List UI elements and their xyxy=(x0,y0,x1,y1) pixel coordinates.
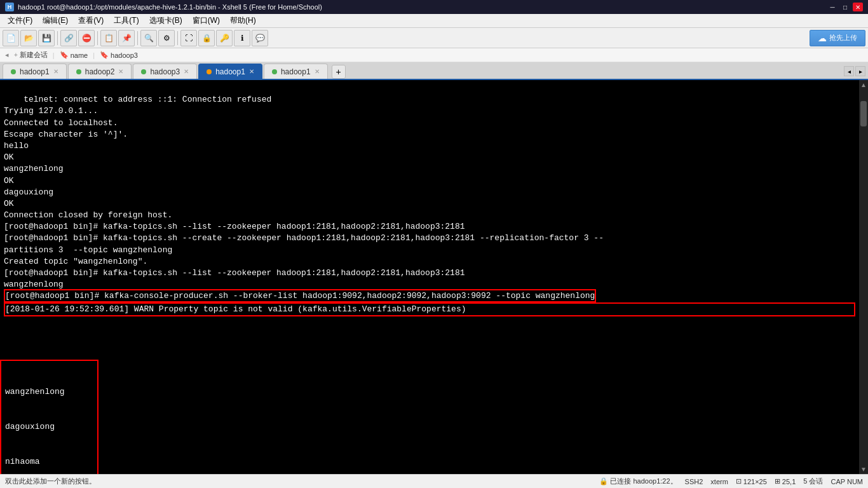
baidu-upload-button[interactable]: ☁ 抢先上传 xyxy=(810,30,865,46)
status-left: 双击此处添加一个新的按钮。 xyxy=(5,477,96,486)
scrollbar-thumb[interactable] xyxy=(860,101,867,126)
title-bar-controls: ─ □ ✕ xyxy=(827,3,863,11)
pos-label: 25,1 xyxy=(782,478,796,485)
status-bar: 双击此处添加一个新的按钮。 🔒 已连接 hadoop1:22。 SSH2 xte… xyxy=(0,474,868,488)
toolbar-disconnect[interactable]: ⛔ xyxy=(78,30,95,46)
app-icon: H xyxy=(5,3,14,11)
pos-icon: ⊞ xyxy=(775,477,780,485)
tab-hadoop3[interactable]: hadoop3 ✕ xyxy=(133,64,197,79)
tab-add-button[interactable]: + xyxy=(332,65,346,79)
status-sessions: 5 会话 xyxy=(803,477,823,486)
menu-help[interactable]: 帮助(H) xyxy=(225,14,261,27)
sessions-label: 5 会话 xyxy=(803,477,823,486)
separator-4 xyxy=(177,31,178,45)
producer-data-box: wangzhenlong dagouxiong nihaoma woaini i… xyxy=(0,360,98,474)
tab-dot-2 xyxy=(76,69,81,74)
terminal-line-5: hello xyxy=(4,141,29,151)
tab-label-3: hadoop3 xyxy=(150,67,180,76)
ssh-label: SSH2 xyxy=(685,478,703,485)
tab-prev-button[interactable]: ◂ xyxy=(844,66,854,76)
toolbar-connect[interactable]: 🔗 xyxy=(60,30,77,46)
tab-bar: hadoop1 ✕ hadoop2 ✕ hadoop3 ✕ hadoop1 ✕ … xyxy=(0,62,868,80)
boxed-line-2: dagouxiong xyxy=(5,421,93,433)
status-term: xterm xyxy=(710,478,728,485)
tab-label-5: hadoop1 xyxy=(281,67,311,76)
separator-2 xyxy=(97,31,98,45)
tab-hadoop1-1[interactable]: hadoop1 ✕ xyxy=(3,64,67,79)
toolbar-chat[interactable]: 💬 xyxy=(252,30,268,46)
tab-close-4[interactable]: ✕ xyxy=(249,68,254,75)
terminal-line-15: [root@hadoop1 bin]# kafka-topics.sh --li… xyxy=(4,268,465,278)
boxed-line-1: wangzhenlong xyxy=(5,386,93,398)
menu-view[interactable]: 查看(V) xyxy=(73,14,109,27)
close-button[interactable]: ✕ xyxy=(853,3,863,11)
toolbar-key[interactable]: 🔑 xyxy=(216,30,233,46)
menu-edit[interactable]: 编辑(E) xyxy=(37,14,73,27)
size-icon: ⊡ xyxy=(736,477,742,485)
terminal-line-3: Connected to localhost. xyxy=(4,118,118,128)
toolbar: 📄 📂 💾 🔗 ⛔ 📋 📌 🔍 ⚙ ⛶ 🔒 🔑 ℹ 💬 ☁ 抢先上传 xyxy=(0,28,868,48)
menu-tabs[interactable]: 选项卡(B) xyxy=(144,14,187,27)
tab-next-button[interactable]: ▸ xyxy=(855,66,865,76)
toolbar-info[interactable]: ℹ xyxy=(234,30,250,46)
session-item-name[interactable]: 🔖 name xyxy=(60,51,88,59)
vertical-scrollbar[interactable]: ▲ ▼ xyxy=(859,80,868,474)
session-item-hadoop3[interactable]: 🔖 hadoop3 xyxy=(100,51,138,59)
status-cap-num: CAP NUM xyxy=(831,478,863,485)
scroll-down-button[interactable]: ▼ xyxy=(860,466,867,473)
terminal-line-6: OK xyxy=(4,152,14,162)
terminal-line-9: dagouxiong xyxy=(4,187,53,197)
bookmark-icon-2: 🔖 xyxy=(100,51,109,59)
terminal-line-13b: partitions 3 --topic wangzhenlong xyxy=(4,245,172,255)
terminal-line-2: Trying 127.0.0.1... xyxy=(4,106,98,116)
toolbar-open[interactable]: 📂 xyxy=(20,30,37,46)
maximize-button[interactable]: □ xyxy=(840,3,850,11)
toolbar-paste[interactable]: 📌 xyxy=(118,30,135,46)
menu-tools[interactable]: 工具(T) xyxy=(109,14,144,27)
separator-session-1: | xyxy=(53,51,55,59)
tab-close-1[interactable]: ✕ xyxy=(53,68,58,75)
toolbar-settings[interactable]: ⚙ xyxy=(158,30,175,46)
toolbar-fullscreen[interactable]: ⛶ xyxy=(180,30,197,46)
terminal-line-4: Escape character is '^]'. xyxy=(4,130,128,139)
toolbar-save[interactable]: 💾 xyxy=(38,30,55,46)
terminal-line-14: Created topic "wangzhenlong". xyxy=(4,257,147,266)
menu-bar: 文件(F) 编辑(E) 查看(V) 工具(T) 选项卡(B) 窗口(W) 帮助(… xyxy=(0,14,868,28)
tab-close-3[interactable]: ✕ xyxy=(184,68,189,75)
title-text: hadoop1 root@hadoop1:/opt/modules/apache… xyxy=(18,3,322,11)
toolbar-copy[interactable]: 📋 xyxy=(100,30,117,46)
session-item-new[interactable]: + 新建会话 xyxy=(14,50,48,60)
toolbar-lock[interactable]: 🔒 xyxy=(198,30,215,46)
tab-dot-5 xyxy=(272,69,277,74)
status-size: ⊡ 121×25 xyxy=(736,477,767,485)
terminal-line-13: [root@hadoop1 bin]# kafka-topics.sh --cr… xyxy=(4,233,604,243)
new-session-icon: + xyxy=(14,51,18,58)
tab-dot-3 xyxy=(141,69,146,74)
tab-close-5[interactable]: ✕ xyxy=(315,68,320,75)
terminal-line-12: [root@hadoop1 bin]# kafka-topics.sh --li… xyxy=(4,222,465,231)
tab-hadoop1-active[interactable]: hadoop1 ✕ xyxy=(198,64,262,79)
tab-hadoop2[interactable]: hadoop2 ✕ xyxy=(68,64,132,79)
minimize-button[interactable]: ─ xyxy=(827,3,837,11)
tab-label-2: hadoop2 xyxy=(85,67,115,76)
toolbar-new[interactable]: 📄 xyxy=(3,30,19,46)
session-bar-icon: ◂ xyxy=(5,51,9,59)
separator-3 xyxy=(137,31,138,45)
bookmark-icon: 🔖 xyxy=(60,51,69,59)
session-name-label: name xyxy=(71,51,88,59)
menu-file[interactable]: 文件(F) xyxy=(3,14,37,27)
size-label: 121×25 xyxy=(743,478,767,485)
terminal-line-1: telnet: connect to address ::1: Connecti… xyxy=(24,95,271,104)
menu-window[interactable]: 窗口(W) xyxy=(187,14,225,27)
title-bar: H hadoop1 root@hadoop1:/opt/modules/apac… xyxy=(0,0,868,14)
tab-close-2[interactable]: ✕ xyxy=(118,68,123,75)
boxed-line-3: nihaoma xyxy=(5,456,93,468)
toolbar-find[interactable]: 🔍 xyxy=(140,30,157,46)
terminal-line-17: [root@hadoop1 bin]# kafka-console-produc… xyxy=(4,291,596,301)
terminal-line-16: wangzhenlong xyxy=(4,280,64,289)
scroll-up-button[interactable]: ▲ xyxy=(860,81,867,88)
main-content: telnet: connect to address ::1: Connecti… xyxy=(0,80,868,474)
tab-hadoop1-5[interactable]: hadoop1 ✕ xyxy=(264,64,328,79)
terminal[interactable]: telnet: connect to address ::1: Connecti… xyxy=(0,80,859,474)
terminal-line-10: OK xyxy=(4,199,14,208)
